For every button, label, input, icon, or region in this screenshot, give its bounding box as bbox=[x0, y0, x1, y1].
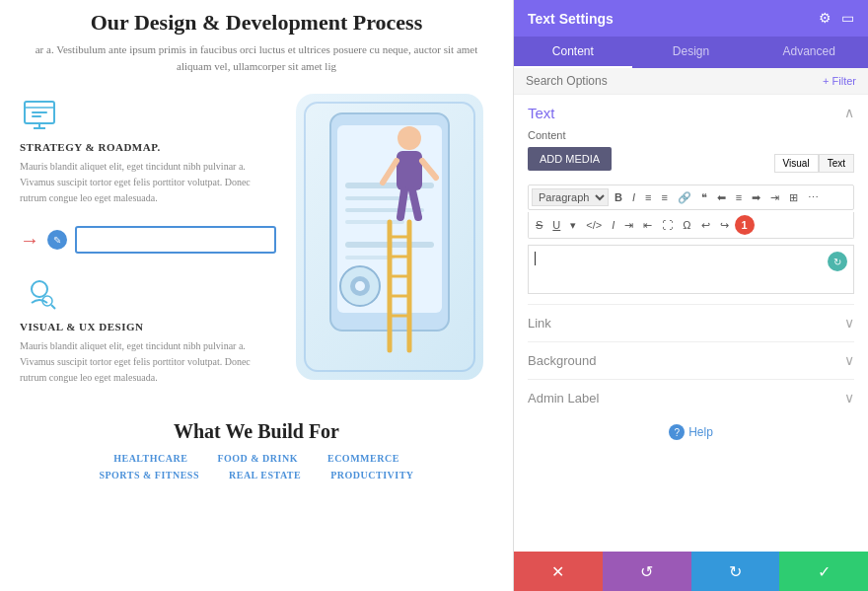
align-left-button[interactable]: ⬅ bbox=[713, 189, 730, 206]
link-button[interactable]: 🔗 bbox=[674, 189, 695, 206]
tags-row-1: HEALTHCARE FOOD & DRINK ECOMMERCE bbox=[20, 453, 493, 464]
save-button[interactable]: ✓ bbox=[779, 552, 868, 591]
section-strategy: STRATEGY & ROADMAP. Mauris blandit aliqu… bbox=[20, 94, 276, 206]
bottom-section: What We Build For HEALTHCARE FOOD & DRIN… bbox=[20, 420, 493, 480]
section-ux: VISUAL & UX DESIGN Mauris blandit alique… bbox=[20, 273, 276, 386]
table-button[interactable]: ⊞ bbox=[785, 189, 802, 206]
sub-button[interactable]: ▾ bbox=[566, 217, 580, 234]
tag-realestate: REAL ESTATE bbox=[229, 470, 301, 480]
tag-sports: SPORTS & FITNESS bbox=[99, 470, 199, 480]
visual-text-toggle: Visual Text bbox=[774, 154, 854, 173]
text-section-label: Text bbox=[528, 105, 555, 121]
text-mode-button[interactable]: Text bbox=[819, 154, 854, 173]
cursor bbox=[535, 252, 536, 265]
help-label: Help bbox=[688, 425, 713, 439]
text-collapse-icon[interactable]: ∧ bbox=[844, 105, 854, 121]
panel-tabs: Content Design Advanced bbox=[514, 37, 868, 68]
tag-ecommerce: ECOMMERCE bbox=[327, 453, 399, 464]
filter-button[interactable]: + Filter bbox=[823, 75, 856, 87]
edit-icon[interactable]: ✎ bbox=[47, 230, 67, 250]
italic-button[interactable]: I bbox=[628, 189, 639, 205]
visual-button[interactable]: Visual bbox=[774, 154, 819, 173]
toolbar-row-1: Paragraph B I ≡ ≡ 🔗 ❝ ⬅ ≡ ➡ ⇥ ⊞ ⋯ bbox=[528, 185, 854, 210]
admin-label-section[interactable]: Admin Label ∨ bbox=[528, 379, 854, 416]
underline-button[interactable]: U bbox=[548, 217, 564, 233]
align-right-button[interactable]: ➡ bbox=[748, 189, 764, 206]
panel-header: Text Settings ⚙ ▭ bbox=[514, 0, 868, 37]
admin-chevron-icon[interactable]: ∨ bbox=[844, 390, 854, 406]
close-icon[interactable]: ▭ bbox=[841, 10, 854, 27]
indent-button[interactable]: ⇥ bbox=[766, 189, 783, 206]
illustration-box bbox=[296, 94, 483, 380]
svg-rect-12 bbox=[345, 196, 414, 200]
tab-content[interactable]: Content bbox=[514, 37, 632, 68]
refresh-button[interactable]: ↻ bbox=[691, 552, 780, 591]
refresh-editor-icon[interactable]: ↻ bbox=[828, 252, 847, 271]
badge-1: 1 bbox=[735, 215, 755, 235]
svg-rect-3 bbox=[32, 115, 41, 117]
svg-line-22 bbox=[412, 190, 418, 217]
svg-rect-18 bbox=[397, 151, 422, 190]
strikethrough-button[interactable]: S bbox=[532, 217, 546, 233]
unordered-list-button[interactable]: ≡ bbox=[641, 189, 655, 205]
background-section[interactable]: Background ∨ bbox=[528, 341, 854, 379]
ordered-list-button[interactable]: ≡ bbox=[657, 189, 671, 205]
search-bar: + Filter bbox=[514, 68, 868, 95]
page-title: Our Design & Development Process bbox=[20, 10, 493, 36]
arrow-icon: → bbox=[20, 229, 39, 252]
blockquote-button[interactable]: ❝ bbox=[697, 189, 711, 206]
tag-healthcare: HEALTHCARE bbox=[113, 453, 187, 464]
more-button[interactable]: ⋯ bbox=[804, 189, 823, 206]
what-we-build-title: What We Build For bbox=[20, 420, 493, 443]
strategy-desc: Mauris blandit aliquet elit, eget tincid… bbox=[20, 159, 276, 206]
cancel-button[interactable]: ✕ bbox=[514, 552, 603, 591]
settings-icon[interactable]: ⚙ bbox=[819, 10, 832, 27]
text-input-field[interactable] bbox=[75, 226, 276, 254]
strategy-title: STRATEGY & ROADMAP. bbox=[20, 141, 276, 153]
tag-productivity: PRODUCTIVITY bbox=[330, 470, 413, 480]
tab-design[interactable]: Design bbox=[632, 37, 751, 68]
link-chevron-icon[interactable]: ∨ bbox=[844, 315, 854, 332]
svg-line-21 bbox=[400, 190, 404, 217]
text-editor-area[interactable]: ↻ bbox=[528, 245, 854, 294]
link-section[interactable]: Link ∨ bbox=[528, 304, 854, 341]
special-char-button[interactable]: Ω bbox=[679, 217, 694, 233]
illustration-area bbox=[286, 94, 493, 380]
background-chevron-icon[interactable]: ∨ bbox=[844, 352, 854, 369]
italic2-button[interactable]: I bbox=[608, 217, 618, 233]
svg-line-8 bbox=[51, 305, 55, 309]
bold-button[interactable]: B bbox=[611, 189, 626, 205]
redo-button[interactable]: ↪ bbox=[716, 217, 733, 234]
search-input[interactable] bbox=[526, 74, 674, 88]
input-row: → ✎ bbox=[20, 226, 276, 254]
help-row: ? Help bbox=[528, 416, 854, 448]
left-content: STRATEGY & ROADMAP. Mauris blandit aliqu… bbox=[20, 94, 276, 406]
fullscreen-button[interactable]: ⛶ bbox=[658, 217, 677, 233]
code-button[interactable]: </> bbox=[582, 217, 606, 233]
svg-rect-2 bbox=[32, 111, 47, 113]
outdent-button[interactable]: ⇤ bbox=[639, 217, 656, 234]
ux-desc: Mauris blandit aliquet elit, eget tincid… bbox=[20, 338, 276, 386]
page-subtitle: ar a. Vestibulum ante ipsum primis in fa… bbox=[20, 41, 493, 74]
help-button[interactable]: ? Help bbox=[669, 424, 713, 440]
add-media-button[interactable]: ADD MEDIA bbox=[528, 147, 612, 171]
content-label: Content bbox=[528, 129, 854, 141]
svg-line-20 bbox=[422, 161, 436, 178]
illustration-svg bbox=[306, 104, 473, 370]
tab-advanced[interactable]: Advanced bbox=[750, 37, 868, 68]
svg-point-32 bbox=[355, 281, 365, 291]
svg-line-19 bbox=[383, 161, 397, 183]
ux-icon bbox=[20, 273, 59, 313]
left-panel: Our Design & Development Process ar a. V… bbox=[0, 0, 513, 591]
indent2-button[interactable]: ⇥ bbox=[620, 217, 637, 234]
panel-footer: ✕ ↺ ↻ ✓ bbox=[514, 552, 868, 591]
undo-button[interactable]: ↩ bbox=[697, 217, 714, 234]
svg-rect-15 bbox=[345, 242, 434, 248]
right-panel: Text Settings ⚙ ▭ Content Design Advance… bbox=[513, 0, 868, 591]
align-center-button[interactable]: ≡ bbox=[732, 189, 746, 205]
paragraph-select[interactable]: Paragraph bbox=[532, 188, 609, 206]
strategy-icon bbox=[20, 94, 59, 133]
reset-button[interactable]: ↺ bbox=[603, 552, 691, 591]
svg-rect-16 bbox=[345, 256, 395, 259]
svg-rect-14 bbox=[345, 220, 404, 224]
